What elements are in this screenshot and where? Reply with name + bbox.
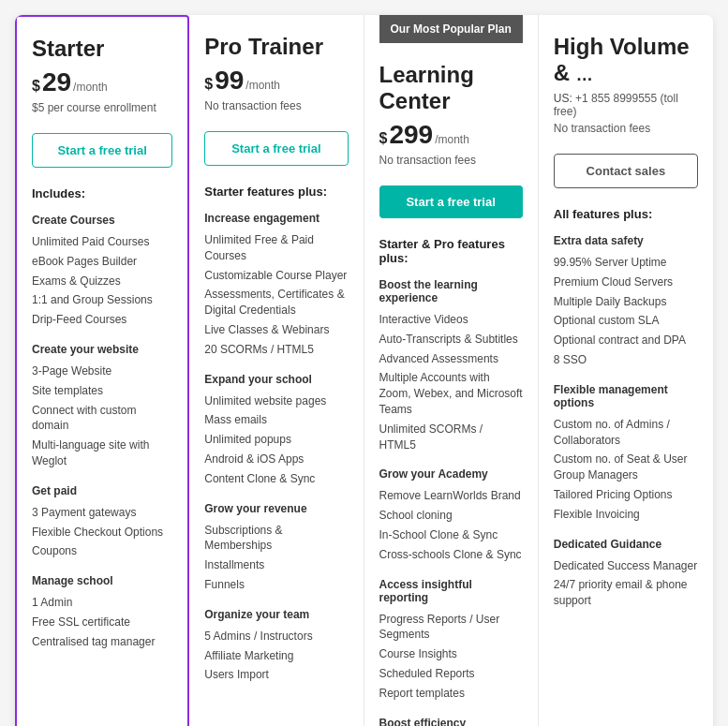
feature-item: Optional custom SLA [554,311,698,331]
feature-item: Centralised tag manager [32,632,172,652]
feature-category: Manage school [32,574,172,587]
plan-subtitle: No transaction fees [379,154,523,170]
feature-category: Get paid [32,484,172,497]
period: /month [435,133,469,146]
feature-category: Extra data safety [554,234,698,247]
amount: 299 [389,120,433,150]
feature-item: Coupons [32,541,172,561]
plan-subtitle: No transaction fees [204,99,348,116]
feature-item: Custom no. of Admins / Collaborators [554,415,698,451]
feature-category: Organize your team [204,608,348,621]
feature-item: 20 SCORMs / HTML5 [204,340,348,360]
period: /month [73,81,108,94]
feature-item: eBook Pages Builder [32,252,172,272]
feature-item: Connect with custom domain [32,401,172,437]
feature-item: Flexible Invoicing [554,505,698,525]
feature-item: Premium Cloud Servers [554,273,698,292]
feature-category: Grow your Academy [379,467,523,481]
amount: 99 [215,66,244,96]
plan-subtitle: $5 per course enrollment [32,101,172,118]
section-heading: Starter features plus: [204,185,348,199]
plan-subtitle: No transaction fees [554,122,698,139]
feature-item: Installments [204,556,348,575]
plan-name: High Volume & … [554,34,698,86]
feature-item: Multiple Accounts with Zoom, Webex, and … [379,368,523,419]
feature-item: Advanced Assessments [379,349,523,369]
currency: $ [204,76,213,93]
feature-item: Unlimited popups [204,430,348,450]
feature-item: 1 Admin [32,593,172,613]
feature-item: Unlimited Paid Courses [32,232,172,252]
feature-item: Optional contract and DPA [554,331,698,350]
plan-name: Learning Center [379,62,523,114]
amount: 29 [42,67,71,97]
feature-item: Dedicated Success Manager [554,556,698,576]
feature-item: Custom no. of Seat & User Group Managers [554,450,698,485]
feature-item: Unlimited SCORMs / HTML5 [379,420,523,455]
plan-price: $ 99 /month [204,66,348,96]
feature-category: Grow your revenue [204,502,348,515]
plan-column-learning-center: Our Most Popular PlanLearning Center $ 2… [364,15,539,726]
feature-category: Access insightful reporting [379,578,523,604]
feature-item: 99.95% Server Uptime [554,253,698,273]
feature-item: 8 SSO [554,350,698,370]
feature-item: Live Classes & Webinars [204,320,348,340]
feature-category: Create Courses [32,214,172,227]
feature-item: 3-Page Website [32,362,172,381]
feature-item: Subscriptions & Memberships [204,521,348,556]
plan-column-high-volume: High Volume & … US: +1 855 8999555 (toll… [539,15,713,726]
feature-item: Interactive Videos [379,310,523,330]
currency: $ [32,78,40,95]
feature-item: Drip-Feed Courses [32,310,172,330]
cta-button[interactable]: Start a free trial [379,185,523,218]
section-heading: Includes: [32,186,172,200]
feature-item: Course Insights [379,645,523,664]
pricing-grid: Starter $ 29 /month $5 per course enroll… [15,15,713,726]
feature-category: Flexible management options [554,383,698,409]
feature-item: Content Clone & Sync [204,469,348,489]
plan-name: Pro Trainer [204,34,348,60]
feature-item: Multiple Daily Backups [554,292,698,312]
feature-item: Tailored Pricing Options [554,485,698,505]
feature-item: In-School Clone & Sync [379,526,523,545]
feature-item: Site templates [32,381,172,401]
feature-category: Boost efficiency [379,717,523,726]
feature-item: Remove LearnWorlds Brand [379,486,523,506]
feature-item: Funnels [204,575,348,595]
feature-item: Users Import [204,665,348,685]
feature-category: Dedicated Guidance [554,538,698,551]
popular-badge: Our Most Popular Plan [379,15,523,43]
feature-category: Boost the learning experience [379,278,523,304]
feature-item: 3 Payment gateways [32,503,172,523]
feature-item: Unlimited Free & Paid Courses [204,230,348,266]
feature-item: Progress Reports / User Segments [379,610,523,645]
feature-item: Customizable Course Player [204,266,348,286]
period: /month [245,79,280,92]
cta-button[interactable]: Start a free trial [204,131,348,166]
feature-item: Flexible Checkout Options [32,523,172,542]
feature-item: Report templates [379,684,523,704]
section-heading: All features plus: [554,207,698,221]
feature-item: School cloning [379,506,523,526]
feature-item: Assessments, Certificates & Digital Cred… [204,285,348,320]
feature-item: Auto-Transcripts & Subtitles [379,330,523,349]
feature-category: Expand your school [204,373,348,386]
plan-price: $ 299 /month [379,120,523,150]
feature-item: 1:1 and Group Sessions [32,290,172,310]
phone-label: US: +1 855 8999555 (toll free) [554,92,698,118]
plan-column-starter: Starter $ 29 /month $5 per course enroll… [15,15,189,726]
plan-name: Starter [32,36,172,62]
feature-item: 5 Admins / Instructors [204,627,348,646]
feature-item: 24/7 priority email & phone support [554,575,698,611]
feature-item: Free SSL certificate [32,613,172,632]
feature-item: Multi-language site with Weglot [32,436,172,471]
cta-button[interactable]: Contact sales [554,154,698,188]
feature-category: Increase engagement [204,212,348,225]
plan-column-pro-trainer: Pro Trainer $ 99 /month No transaction f… [189,15,364,726]
feature-item: Affiliate Marketing [204,646,348,666]
cta-button[interactable]: Start a free trial [32,133,172,168]
feature-category: Create your website [32,343,172,356]
feature-item: Scheduled Reports [379,664,523,684]
feature-item: Unlimited website pages [204,392,348,411]
feature-item: Android & iOS Apps [204,450,348,469]
